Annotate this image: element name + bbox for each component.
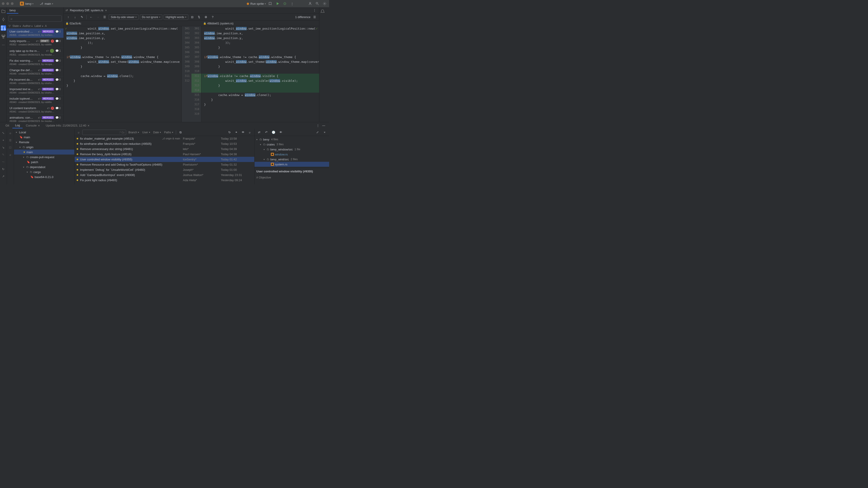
commit-tool-icon[interactable] bbox=[1, 17, 6, 22]
search-icon[interactable] bbox=[315, 1, 320, 6]
update-info-tab[interactable]: Update Info: 21/08/2023, 12:40× bbox=[43, 123, 92, 128]
pr-search-input[interactable]: ⌕ bbox=[8, 15, 62, 22]
close-tab-icon[interactable]: × bbox=[105, 8, 107, 12]
pr-item[interactable]: include toplevel…🏷MERGED💬0#9343 · create… bbox=[7, 96, 64, 105]
show-tree-icon[interactable]: ⤡ bbox=[1, 131, 6, 135]
more-icon[interactable]: ⋮ bbox=[289, 1, 295, 6]
run-icon[interactable] bbox=[275, 1, 280, 6]
viewer-mode-dropdown[interactable]: Side-by-side viewer▾ bbox=[109, 14, 138, 20]
open-new-tab-icon[interactable]: ⧉ bbox=[178, 130, 183, 135]
build-icon[interactable] bbox=[268, 1, 273, 6]
back-icon[interactable]: ← bbox=[88, 14, 94, 20]
code-with-me-icon[interactable] bbox=[307, 1, 313, 6]
goto-icon[interactable]: ⌕ bbox=[247, 130, 252, 135]
refresh-icon[interactable]: ↻ bbox=[227, 130, 232, 135]
expand-icon[interactable]: ⤢ bbox=[315, 130, 320, 135]
commit-row[interactable]: Implement `Debug` for `UnsafeWorldCell` … bbox=[74, 167, 254, 172]
prev-diff-icon[interactable]: ↑ bbox=[66, 14, 71, 20]
search-icon[interactable]: ⌕ bbox=[8, 131, 13, 135]
sync-scroll-icon[interactable]: ⇅ bbox=[196, 14, 202, 20]
branch-selector[interactable]: ⎇ main ▾ bbox=[40, 2, 53, 5]
checkout-icon[interactable]: ↘ bbox=[1, 145, 6, 150]
close-icon[interactable]: × bbox=[322, 130, 327, 135]
notifications-icon[interactable] bbox=[320, 9, 325, 13]
branch-item[interactable]: 🔖patch bbox=[14, 160, 74, 164]
file-tree-folder[interactable]: ▾🗀bevy_winit/src2 files bbox=[254, 157, 329, 162]
pr-item[interactable]: Fix incorrent do…🏷MERGED💬0#9345 · create… bbox=[7, 76, 64, 86]
remote-origin[interactable]: ▾🗀origin bbox=[14, 144, 74, 150]
zoom-window[interactable] bbox=[11, 2, 13, 5]
revert-icon[interactable]: ↶ bbox=[264, 130, 269, 135]
date-filter[interactable]: Date▾ bbox=[152, 131, 162, 134]
debug-icon[interactable] bbox=[282, 1, 287, 6]
history-icon[interactable]: 🕘 bbox=[271, 130, 276, 135]
project-selector[interactable]: B bevy ▾ bbox=[20, 2, 33, 6]
preview-icon[interactable]: 👁 bbox=[278, 130, 283, 135]
commit-row[interactable]: Fix point light radius (#9493)Ada Hieta*… bbox=[74, 177, 254, 183]
forward-icon[interactable]: → bbox=[95, 14, 101, 20]
branch-item[interactable]: 🔖base64-0.21.0 bbox=[14, 174, 74, 180]
folder-item[interactable]: ▾🗀dependabot bbox=[14, 164, 74, 169]
file-tree-folder[interactable]: ▾🗀bevy_window/src1 file bbox=[254, 147, 329, 152]
cherry-pick-icon[interactable]: ⚭ bbox=[234, 130, 239, 135]
paths-filter[interactable]: Paths▾ bbox=[163, 131, 174, 134]
search-icon[interactable]: ⌕ bbox=[76, 130, 81, 135]
commit-row[interactable]: Remove the bevy_dylib feature (#9516)Pau… bbox=[74, 152, 254, 157]
file-tree-file[interactable]: ⬢window.rs bbox=[254, 152, 329, 157]
next-diff-icon[interactable]: ↓ bbox=[72, 14, 78, 20]
local-group[interactable]: ▾Local bbox=[14, 130, 74, 135]
collapse-icon[interactable]: ⊟ bbox=[190, 14, 195, 20]
branch-item[interactable]: 🔖main bbox=[14, 135, 74, 140]
push-icon[interactable]: ↗ bbox=[1, 174, 6, 178]
pr-item[interactable]: Change the def…🏷MERGED💬0#9346 · created … bbox=[7, 67, 64, 76]
console-tab[interactable]: Console× bbox=[23, 123, 42, 128]
pr-item[interactable]: only take up to the m…🏷💬1#9351 · created… bbox=[7, 47, 64, 58]
close-window[interactable] bbox=[2, 2, 4, 5]
log-tab[interactable]: Log bbox=[12, 123, 23, 128]
pr-item[interactable]: rusty imports …🏷DRAFT×💬0#9352 · created … bbox=[7, 38, 64, 47]
file-tree-root[interactable]: ▾🗀bevy4 files bbox=[254, 137, 329, 142]
commit-row[interactable]: Add `GamepadButtonInput` event (#9008)Jo… bbox=[74, 172, 254, 177]
minimize-panel-icon[interactable]: — bbox=[321, 123, 327, 128]
highlight-mode-dropdown[interactable]: Highlight words▾ bbox=[164, 14, 188, 20]
commit-row[interactable]: User controlled window visibility (#9355… bbox=[74, 157, 254, 162]
tab-options-icon[interactable]: ⋮ bbox=[312, 8, 317, 13]
commit-row[interactable]: fix wireframe after MeshUniform size red… bbox=[74, 141, 254, 147]
edit-icon[interactable]: ✎ bbox=[1, 152, 6, 157]
folder-item[interactable]: ▾🗀cargo bbox=[14, 169, 74, 174]
diff-body[interactable]: ✓ winit_window.set_ime_position(LogicalP… bbox=[64, 26, 319, 122]
commit-row[interactable]: Remove Resource and add Debug to TaskPoo… bbox=[74, 162, 254, 167]
eye-icon[interactable]: 👁 bbox=[240, 130, 246, 135]
fetch-icon[interactable]: ↻ bbox=[1, 167, 6, 171]
assignee-filter[interactable]: A bbox=[45, 24, 47, 28]
pr-item[interactable]: Improved text w…🏷MERGED💬0#9344 · created… bbox=[7, 86, 64, 96]
more-tools-icon[interactable]: ⋯ bbox=[1, 42, 6, 47]
commit-row[interactable]: fix shader_material_glsl example (#9513)… bbox=[74, 136, 254, 141]
pr-item[interactable]: User controlled …🏷MERGED💬0#9355 · create… bbox=[7, 29, 64, 38]
pr-item[interactable]: Fix doc warning…🏷MERGED💬0#9348 · created… bbox=[7, 58, 64, 67]
commit-search-input[interactable]: .*Cc bbox=[82, 130, 126, 135]
label-filter[interactable]: Label▾ bbox=[34, 24, 43, 28]
user-filter[interactable]: User▾ bbox=[141, 131, 151, 134]
project-tool-icon[interactable] bbox=[1, 9, 6, 13]
compare-icon[interactable]: ⇄ bbox=[256, 130, 262, 135]
pr-item[interactable]: animations: con…🏷MERGED💬0#9338 · created… bbox=[7, 115, 64, 122]
file-tree-folder[interactable]: ▾🗀crates3 files bbox=[254, 142, 329, 147]
list-icon[interactable]: ☰ bbox=[102, 14, 107, 20]
new-branch-icon[interactable]: + bbox=[1, 138, 6, 142]
pr-item[interactable]: UI content transform🏷×💬0#9341 · created … bbox=[7, 105, 64, 115]
merge-icon[interactable]: ⤳ bbox=[1, 160, 6, 164]
author-filter[interactable]: Author▾ bbox=[23, 24, 33, 28]
expand-icon[interactable]: ☰ bbox=[312, 14, 317, 20]
branch-item[interactable]: ★main bbox=[14, 150, 74, 155]
git-tab[interactable]: Git bbox=[3, 123, 12, 128]
pull-request-tool-icon[interactable] bbox=[1, 25, 6, 31]
remote-group[interactable]: ▾Remote bbox=[14, 140, 74, 144]
panel-options-icon[interactable]: ⋮ bbox=[315, 123, 320, 128]
delete-icon[interactable]: 🗑 bbox=[8, 138, 13, 142]
diff-icon[interactable]: ⊡ bbox=[8, 145, 13, 150]
minimize-window[interactable] bbox=[6, 2, 9, 5]
help-icon[interactable]: ? bbox=[210, 14, 215, 20]
filter-icon[interactable]: ▽ bbox=[8, 24, 11, 28]
structure-tool-icon[interactable] bbox=[1, 34, 6, 39]
